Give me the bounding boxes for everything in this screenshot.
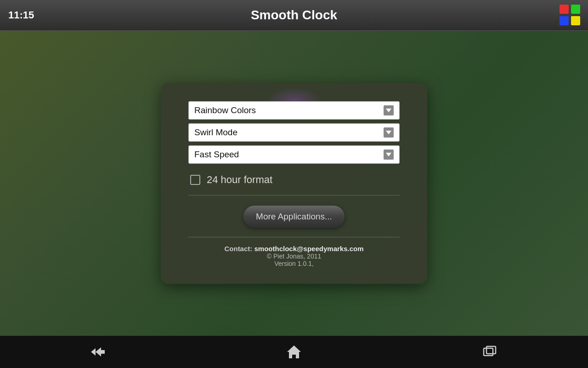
home-button[interactable] [276, 340, 312, 363]
svg-rect-1 [486, 346, 496, 354]
contact-prefix: Contact: [224, 245, 254, 253]
footer: Contact: smoothclock@speedymarks.com © P… [188, 245, 400, 267]
mode-dropdown-container: Swirl Mode [188, 123, 400, 142]
color-grid-icon[interactable] [560, 5, 581, 26]
divider-bottom [188, 237, 400, 237]
color-dropdown-container: Rainbow Colors [188, 101, 400, 120]
color-green [571, 5, 580, 14]
mode-dropdown-arrow [384, 127, 394, 138]
color-dropdown[interactable]: Rainbow Colors [188, 101, 400, 120]
speed-dropdown-arrow [384, 150, 394, 160]
mode-dropdown-label: Swirl Mode [194, 127, 237, 138]
time-display: 11:15 [8, 9, 34, 21]
speed-dropdown[interactable]: Fast Speed [188, 145, 400, 164]
hour-format-row: 24 hour format [188, 174, 400, 186]
nav-bar [0, 336, 588, 368]
color-dropdown-label: Rainbow Colors [194, 105, 256, 115]
version-line: Version 1.0.1, [188, 260, 400, 267]
recents-button[interactable] [472, 340, 509, 363]
copyright-line: © Piet Jonas, 2011 [188, 253, 400, 260]
settings-dialog: Rainbow Colors Swirl Mode Fast Speed 24 … [161, 83, 427, 284]
mode-dropdown[interactable]: Swirl Mode [188, 123, 400, 142]
svg-rect-0 [484, 348, 493, 356]
color-red [560, 5, 569, 14]
more-applications-button[interactable]: More Applications... [243, 206, 345, 228]
back-button[interactable] [79, 340, 116, 363]
speed-dropdown-label: Fast Speed [194, 150, 239, 160]
speed-dropdown-container: Fast Speed [188, 145, 400, 164]
color-blue [560, 16, 569, 25]
app-title: Smooth Clock [251, 8, 337, 23]
color-dropdown-arrow [384, 105, 394, 115]
divider-top [188, 195, 400, 196]
hour-format-checkbox[interactable] [190, 175, 200, 185]
main-content: Rainbow Colors Swirl Mode Fast Speed 24 … [0, 31, 588, 336]
color-yellow [571, 16, 580, 25]
hour-format-label: 24 hour format [207, 174, 272, 186]
top-bar: 11:15 Smooth Clock [0, 0, 588, 31]
contact-line: Contact: smoothclock@speedymarks.com [188, 245, 400, 253]
contact-email: smoothclock@speedymarks.com [254, 245, 363, 253]
